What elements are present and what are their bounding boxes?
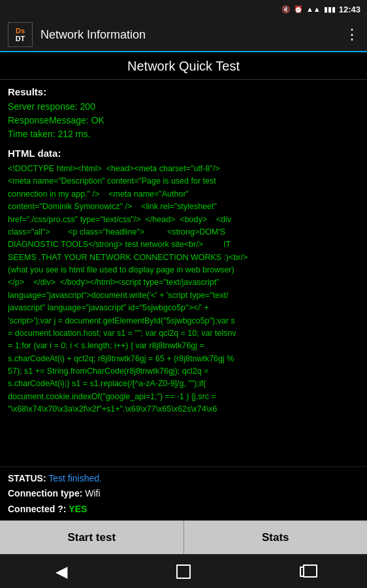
nav-bar: ◀	[0, 554, 367, 588]
nav-recents-button[interactable]	[289, 559, 322, 584]
connected-value: YES	[69, 504, 87, 514]
logo-bottom: DT	[16, 35, 25, 42]
status-value: Test finished.	[48, 473, 102, 483]
title-bar: Ds DT Network Information ⋮	[0, 18, 367, 52]
recents-icon	[300, 566, 311, 577]
mute-icon: 🔇	[281, 5, 291, 14]
nav-back-button[interactable]: ◀	[45, 559, 78, 584]
connection-type-label: Connection type:	[8, 488, 82, 498]
time-taken: Time taken: 212 ms.	[8, 127, 359, 141]
stats-button[interactable]: Stats	[184, 521, 368, 554]
connected-line: Connected ?: YES	[8, 502, 359, 517]
overflow-menu-icon[interactable]: ⋮	[345, 26, 359, 43]
html-data-section: HTML data: <!DOCTYPE html><html> <head><…	[8, 148, 359, 416]
main-content: Network Quick Test Results: Server respo…	[0, 52, 367, 554]
status-line: STATUS: Test finished.	[8, 471, 359, 487]
start-test-button[interactable]: Start test	[0, 521, 184, 554]
status-icons: 🔇 ⏰ ▲▲ ▮▮▮ 12:43	[281, 5, 360, 14]
home-icon	[176, 564, 191, 579]
bottom-status: STATUS: Test finished. Connection type: …	[0, 466, 367, 520]
alarm-icon: ⏰	[294, 5, 303, 14]
connection-type-line: Connection type: Wifi	[8, 486, 359, 502]
html-content: <!DOCTYPE html><html> <head><meta charse…	[8, 163, 359, 416]
response-message: ResponseMessage: OK	[8, 114, 359, 127]
action-buttons: Start test Stats	[0, 520, 367, 554]
battery-icon: ▮▮▮	[324, 5, 336, 14]
connection-type-value: Wifi	[85, 488, 100, 498]
wifi-icon: ▲▲	[306, 5, 321, 13]
html-data-label: HTML data:	[8, 148, 359, 159]
page-title: Network Quick Test	[0, 52, 367, 80]
scroll-area: Results: Server response: 200 ResponseMe…	[0, 80, 367, 466]
app-logo: Ds DT	[8, 22, 33, 47]
status-label: STATUS:	[8, 473, 46, 483]
results-section: Results: Server response: 200 ResponseMe…	[8, 86, 359, 141]
status-time: 12:43	[339, 5, 360, 14]
server-response: Server response: 200	[8, 100, 359, 114]
app-title: Network Information	[40, 28, 337, 42]
nav-home-button[interactable]	[167, 559, 200, 584]
results-label: Results:	[8, 86, 359, 97]
back-icon: ◀	[56, 563, 67, 581]
status-bar: 🔇 ⏰ ▲▲ ▮▮▮ 12:43	[0, 0, 367, 18]
connected-label: Connected ?:	[8, 504, 66, 514]
logo-top: Ds	[16, 27, 25, 35]
